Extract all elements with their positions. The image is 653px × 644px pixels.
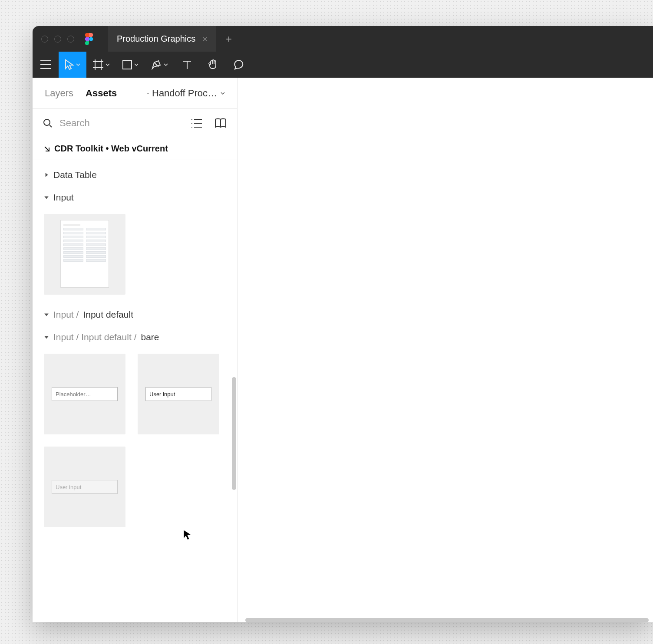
- svg-rect-0: [123, 60, 132, 69]
- caret-down-icon: [44, 195, 49, 200]
- tree-prefix: Input /: [53, 309, 79, 320]
- titlebar: Production Graphics × +: [33, 26, 653, 52]
- app-window: Production Graphics × +: [33, 26, 653, 622]
- tree-label: Data Table: [53, 170, 97, 180]
- shape-tool[interactable]: [116, 52, 145, 78]
- chevron-down-icon: [134, 62, 139, 67]
- tab-assets[interactable]: Assets: [86, 88, 117, 99]
- close-tab-icon[interactable]: ×: [202, 35, 208, 43]
- window-minimize[interactable]: [54, 36, 61, 43]
- list-view-toggle[interactable]: [191, 118, 202, 128]
- window-close[interactable]: [41, 36, 48, 43]
- tree-prefix: Input / Input default /: [53, 332, 136, 342]
- caret-down-icon: [44, 312, 49, 317]
- sidebar-tabs: Layers Assets · Handoff Proc…: [33, 78, 237, 109]
- window-controls: [41, 36, 74, 43]
- text-tool[interactable]: [174, 52, 200, 78]
- tree-label: Input default: [83, 309, 133, 320]
- page-selector[interactable]: · Handoff Proc…: [147, 88, 225, 99]
- tree-item-input[interactable]: Input: [33, 186, 237, 209]
- input-preview: User input: [145, 387, 211, 401]
- tree-item-bare[interactable]: Input / Input default / bare: [33, 326, 237, 348]
- component-thumb-placeholder[interactable]: Placeholder…: [44, 354, 125, 434]
- tree-label: Input: [53, 192, 74, 203]
- input-preview: User input: [52, 480, 118, 494]
- library-header[interactable]: CDR Toolkit • Web vCurrent: [33, 138, 237, 160]
- tree-item-input-default[interactable]: Input / Input default: [33, 303, 237, 326]
- library-name: CDR Toolkit • Web vCurrent: [54, 144, 168, 154]
- chevron-down-icon: [221, 91, 225, 95]
- menu-button[interactable]: [33, 52, 59, 78]
- svg-point-1: [44, 119, 50, 125]
- caret-right-icon: [44, 172, 49, 177]
- figma-logo-icon: [85, 33, 93, 45]
- chevron-down-icon: [164, 62, 168, 67]
- input-preview: Placeholder…: [52, 387, 118, 401]
- asset-tree: Data Table Input: [33, 160, 237, 545]
- tab-layers[interactable]: Layers: [45, 88, 73, 99]
- canvas[interactable]: [237, 78, 653, 622]
- tree-label: bare: [141, 332, 159, 342]
- file-tab[interactable]: Production Graphics ×: [108, 26, 216, 52]
- window-zoom[interactable]: [67, 36, 74, 43]
- frame-tool[interactable]: [86, 52, 116, 78]
- left-sidebar: Layers Assets · Handoff Proc…: [33, 78, 237, 622]
- sidebar-scrollbar[interactable]: [232, 377, 236, 490]
- tree-item-data-table[interactable]: Data Table: [33, 164, 237, 186]
- canvas-scrollbar-horizontal[interactable]: [245, 618, 649, 622]
- file-tab-title: Production Graphics: [117, 34, 195, 44]
- component-thumb-user-input[interactable]: User input: [138, 354, 219, 434]
- caret-down-icon: [44, 335, 49, 340]
- doc-preview: [60, 220, 109, 288]
- chevron-down-icon: [76, 62, 80, 67]
- toolbar: [33, 52, 653, 78]
- page-selector-label: · Handoff Proc…: [147, 88, 217, 99]
- asset-search-row: [33, 109, 237, 138]
- move-tool[interactable]: [59, 52, 86, 78]
- component-thumb-disabled[interactable]: User input: [44, 447, 125, 527]
- new-tab-button[interactable]: +: [216, 33, 241, 45]
- hand-tool[interactable]: [200, 52, 226, 78]
- chevron-down-icon: [106, 62, 110, 67]
- comment-tool[interactable]: [226, 52, 252, 78]
- component-thumb-input-sheet[interactable]: [44, 214, 125, 295]
- pen-tool[interactable]: [145, 52, 174, 78]
- team-library-button[interactable]: [214, 118, 227, 128]
- library-arrow-icon: [44, 146, 50, 152]
- search-icon: [43, 118, 53, 128]
- body: Layers Assets · Handoff Proc…: [33, 78, 653, 622]
- asset-search-input[interactable]: [59, 118, 184, 129]
